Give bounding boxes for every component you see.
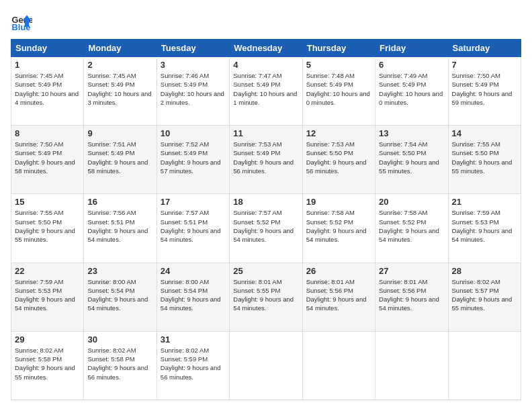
day-cell-31: 31 Sunrise: 8:02 AM Sunset: 5:59 PM Dayl… <box>157 331 229 400</box>
sunrise-label: Sunrise: 7:45 AM <box>15 72 63 79</box>
weekday-header-thursday: Thursday <box>302 40 375 57</box>
day-cell-6: 6 Sunrise: 7:49 AM Sunset: 5:49 PM Dayli… <box>375 57 448 126</box>
sunset-label: Sunset: 5:49 PM <box>15 81 62 88</box>
day-number: 8 <box>15 128 80 138</box>
sunset-label: Sunset: 5:52 PM <box>233 218 280 226</box>
day-number: 12 <box>306 128 371 138</box>
sunset-label: Sunset: 5:49 PM <box>452 81 499 88</box>
sunrise-label: Sunrise: 7:57 AM <box>233 209 281 216</box>
daylight-label: Daylight: 9 hours and 59 minutes. <box>452 90 513 106</box>
empty-cell <box>448 331 521 400</box>
sunrise-label: Sunrise: 7:47 AM <box>233 72 281 79</box>
day-cell-8: 8 Sunrise: 7:50 AM Sunset: 5:49 PM Dayli… <box>11 126 84 194</box>
daylight-label: Daylight: 9 hours and 55 minutes. <box>15 364 75 380</box>
sunset-label: Sunset: 5:50 PM <box>452 149 499 156</box>
sunset-label: Sunset: 5:49 PM <box>379 81 426 88</box>
day-number: 21 <box>452 197 517 207</box>
sunrise-label: Sunrise: 8:01 AM <box>233 278 281 285</box>
sunset-label: Sunset: 5:49 PM <box>87 81 134 88</box>
day-cell-19: 19 Sunrise: 7:58 AM Sunset: 5:52 PM Dayl… <box>302 194 375 263</box>
day-cell-17: 17 Sunrise: 7:57 AM Sunset: 5:51 PM Dayl… <box>157 194 229 263</box>
day-cell-21: 21 Sunrise: 7:59 AM Sunset: 5:53 PM Dayl… <box>448 194 521 263</box>
day-number: 3 <box>161 60 226 70</box>
sunrise-label: Sunrise: 8:01 AM <box>379 278 427 285</box>
daylight-label: Daylight: 10 hours and 1 minute. <box>233 90 297 106</box>
sunrise-label: Sunrise: 7:50 AM <box>15 140 63 148</box>
day-number: 18 <box>233 197 298 207</box>
sunset-label: Sunset: 5:50 PM <box>379 149 426 156</box>
daylight-label: Daylight: 9 hours and 54 minutes. <box>379 227 439 243</box>
sunrise-label: Sunrise: 7:55 AM <box>452 140 500 148</box>
daylight-label: Daylight: 10 hours and 4 minutes. <box>15 90 79 106</box>
day-cell-25: 25 Sunrise: 8:01 AM Sunset: 5:55 PM Dayl… <box>230 263 302 331</box>
sunrise-label: Sunrise: 7:58 AM <box>379 209 427 216</box>
weekday-header-tuesday: Tuesday <box>157 40 229 57</box>
sunrise-label: Sunrise: 7:54 AM <box>379 140 427 148</box>
day-info: Sunrise: 7:53 AM Sunset: 5:50 PM Dayligh… <box>306 140 371 175</box>
sunset-label: Sunset: 5:49 PM <box>161 149 208 156</box>
sunrise-label: Sunrise: 7:45 AM <box>87 72 136 79</box>
sunset-label: Sunset: 5:59 PM <box>161 355 208 363</box>
empty-cell <box>375 331 448 400</box>
day-number: 13 <box>379 128 444 138</box>
sunset-label: Sunset: 5:49 PM <box>233 81 280 88</box>
sunrise-label: Sunrise: 7:53 AM <box>306 140 355 148</box>
sunset-label: Sunset: 5:51 PM <box>161 218 208 226</box>
daylight-label: Daylight: 10 hours and 0 minutes. <box>306 90 370 106</box>
sunset-label: Sunset: 5:56 PM <box>306 287 353 294</box>
daylight-label: Daylight: 9 hours and 54 minutes. <box>161 295 221 312</box>
day-info: Sunrise: 7:57 AM Sunset: 5:51 PM Dayligh… <box>161 208 226 244</box>
sunset-label: Sunset: 5:50 PM <box>306 149 353 156</box>
day-info: Sunrise: 8:01 AM Sunset: 5:56 PM Dayligh… <box>379 277 444 313</box>
sunset-label: Sunset: 5:50 PM <box>15 218 62 226</box>
weekday-header-friday: Friday <box>375 40 448 57</box>
day-number: 4 <box>233 60 298 70</box>
header: General Blue <box>11 11 521 32</box>
sunset-label: Sunset: 5:58 PM <box>15 355 62 363</box>
sunset-label: Sunset: 5:53 PM <box>452 218 499 226</box>
sunrise-label: Sunrise: 8:00 AM <box>161 278 209 285</box>
day-info: Sunrise: 8:02 AM Sunset: 5:57 PM Dayligh… <box>452 277 517 313</box>
logo-icon: General Blue <box>11 11 32 32</box>
day-cell-4: 4 Sunrise: 7:47 AM Sunset: 5:49 PM Dayli… <box>230 57 302 126</box>
day-cell-16: 16 Sunrise: 7:56 AM Sunset: 5:51 PM Dayl… <box>84 194 157 263</box>
daylight-label: Daylight: 9 hours and 55 minutes. <box>379 158 439 175</box>
day-info: Sunrise: 7:48 AM Sunset: 5:49 PM Dayligh… <box>306 71 371 107</box>
week-row-4: 22 Sunrise: 7:59 AM Sunset: 5:53 PM Dayl… <box>11 263 521 331</box>
weekday-header-sunday: Sunday <box>11 40 84 57</box>
day-info: Sunrise: 8:02 AM Sunset: 5:59 PM Dayligh… <box>161 346 226 381</box>
day-info: Sunrise: 8:01 AM Sunset: 5:56 PM Dayligh… <box>306 277 371 313</box>
daylight-label: Daylight: 9 hours and 55 minutes. <box>452 158 513 175</box>
daylight-label: Daylight: 9 hours and 54 minutes. <box>161 227 221 243</box>
sunrise-label: Sunrise: 7:50 AM <box>452 72 500 79</box>
day-cell-29: 29 Sunrise: 8:02 AM Sunset: 5:58 PM Dayl… <box>11 331 84 400</box>
day-number: 1 <box>15 60 80 70</box>
sunset-label: Sunset: 5:49 PM <box>233 149 280 156</box>
day-number: 30 <box>87 334 152 345</box>
day-info: Sunrise: 7:58 AM Sunset: 5:52 PM Dayligh… <box>379 208 444 244</box>
day-number: 2 <box>87 60 152 70</box>
daylight-label: Daylight: 9 hours and 55 minutes. <box>15 227 75 243</box>
day-number: 19 <box>306 197 371 207</box>
day-number: 14 <box>452 128 517 138</box>
sunset-label: Sunset: 5:51 PM <box>87 218 134 226</box>
day-cell-7: 7 Sunrise: 7:50 AM Sunset: 5:49 PM Dayli… <box>448 57 521 126</box>
sunset-label: Sunset: 5:49 PM <box>306 81 353 88</box>
sunrise-label: Sunrise: 7:49 AM <box>379 72 427 79</box>
page: General Blue SundayMondayTuesdayWednesda… <box>0 0 532 411</box>
day-cell-11: 11 Sunrise: 7:53 AM Sunset: 5:49 PM Dayl… <box>230 126 302 194</box>
daylight-label: Daylight: 9 hours and 58 minutes. <box>15 158 75 175</box>
sunrise-label: Sunrise: 7:59 AM <box>452 209 500 216</box>
day-cell-1: 1 Sunrise: 7:45 AM Sunset: 5:49 PM Dayli… <box>11 57 84 126</box>
day-cell-5: 5 Sunrise: 7:48 AM Sunset: 5:49 PM Dayli… <box>302 57 375 126</box>
sunset-label: Sunset: 5:55 PM <box>233 287 280 294</box>
sunset-label: Sunset: 5:52 PM <box>306 218 353 226</box>
calendar-table: SundayMondayTuesdayWednesdayThursdayFrid… <box>11 39 521 400</box>
daylight-label: Daylight: 9 hours and 54 minutes. <box>452 227 513 243</box>
week-row-2: 8 Sunrise: 7:50 AM Sunset: 5:49 PM Dayli… <box>11 126 521 194</box>
daylight-label: Daylight: 10 hours and 2 minutes. <box>161 90 224 106</box>
sunrise-label: Sunrise: 7:46 AM <box>161 72 209 79</box>
weekday-header-saturday: Saturday <box>448 40 521 57</box>
daylight-label: Daylight: 9 hours and 56 minutes. <box>306 158 367 175</box>
sunset-label: Sunset: 5:49 PM <box>87 149 134 156</box>
